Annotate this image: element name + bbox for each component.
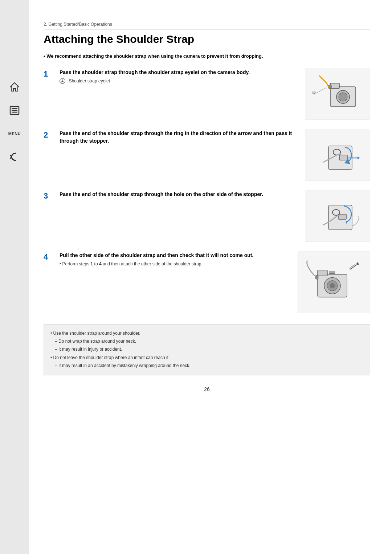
step-4-number: 4 [44, 252, 54, 262]
svg-rect-26 [316, 275, 318, 279]
svg-line-10 [316, 87, 327, 93]
step-1-image: Ⓐ [305, 69, 370, 119]
step-1-row: 1 Pass the shoulder strap through the sh… [44, 69, 370, 119]
intro-note: • We recommend attaching the shoulder st… [44, 53, 370, 60]
main-content: 2. Getting Started/Basic Operations Atta… [29, 0, 392, 554]
step-1-number: 1 [44, 69, 54, 79]
menu-button[interactable]: MENU [7, 126, 22, 141]
step-4-image [298, 252, 370, 313]
page-title: Attaching the Shoulder Strap [44, 33, 370, 45]
back-icon[interactable] [7, 150, 22, 164]
note-line-2: – Do not wrap the strap around your neck… [55, 338, 363, 345]
svg-point-24 [330, 283, 335, 288]
sidebar: MENU [0, 0, 29, 554]
step-4-sub: • Perform steps 1 to 4 and then attach t… [60, 261, 292, 267]
note-line-5: – It may result in an accident by mistak… [55, 362, 363, 369]
step-3-text-block: Pass the end of the shoulder strap throu… [60, 191, 299, 200]
step-4-text-block: Pull the other side of the shoulder stra… [60, 252, 292, 267]
step-1-text-block: Pass the shoulder strap through the shou… [60, 69, 299, 84]
step-1-sub: A: Shoulder strap eyelet [60, 78, 299, 84]
step-3-text: Pass the end of the shoulder strap throu… [60, 191, 299, 198]
svg-rect-21 [318, 270, 327, 276]
steps-section: 1 Pass the shoulder strap through the sh… [44, 69, 370, 313]
list-icon[interactable] [7, 103, 22, 118]
step-3-image [305, 191, 370, 241]
step-2-image [305, 130, 370, 180]
circled-a: A [60, 78, 65, 84]
note-line-4: • Do not leave the shoulder strap where … [50, 354, 363, 361]
svg-marker-15 [358, 156, 360, 159]
note-line-3: – It may result in injury or accident. [55, 346, 363, 353]
svg-text:Ⓐ: Ⓐ [312, 91, 316, 95]
note-line-1: • Use the shoulder strap around your sho… [50, 330, 363, 337]
svg-rect-25 [329, 271, 335, 273]
svg-point-7 [339, 93, 347, 101]
page-number: 26 [44, 386, 370, 392]
step-3-row: 3 Pass the end of the shoulder strap thr… [44, 191, 370, 241]
step-1-text: Pass the shoulder strap through the shou… [60, 69, 299, 76]
home-icon[interactable] [7, 80, 22, 94]
step-4-row: 4 Pull the other side of the shoulder st… [44, 252, 370, 313]
svg-rect-12 [339, 155, 347, 160]
step-2-row: 2 Pass the end of the shoulder strap thr… [44, 130, 370, 180]
breadcrumb: 2. Getting Started/Basic Operations [44, 22, 370, 29]
step-2-text-block: Pass the end of the shoulder strap throu… [60, 130, 299, 146]
step-2-number: 2 [44, 130, 54, 140]
step-3-number: 3 [44, 191, 54, 201]
notes-box: • Use the shoulder strap around your sho… [44, 324, 370, 376]
step-2-text: Pass the end of the shoulder strap throu… [60, 130, 299, 145]
svg-rect-5 [330, 83, 339, 89]
step-4-text: Pull the other side of the shoulder stra… [60, 252, 292, 259]
